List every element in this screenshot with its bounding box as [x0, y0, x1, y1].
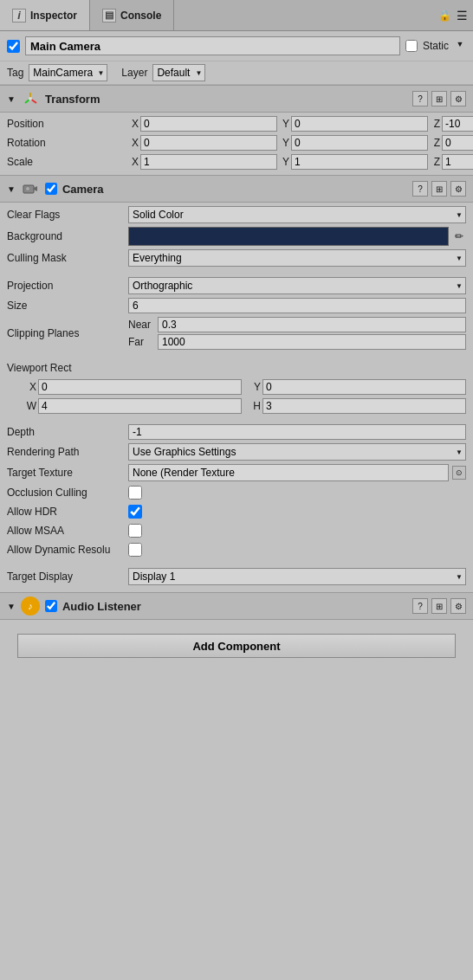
camera-help-icon[interactable]: ?	[412, 181, 428, 197]
transform-section-header[interactable]: ▼ Transform ? ⊞ ⚙	[0, 85, 473, 113]
audio-layout-icon[interactable]: ⊞	[431, 598, 447, 614]
projection-dropdown-wrapper: Orthographic	[128, 277, 466, 294]
target-display-dropdown-wrapper: Display 1	[128, 568, 466, 585]
transform-layout-icon[interactable]: ⊞	[431, 91, 447, 106]
object-name-input[interactable]	[25, 36, 400, 55]
target-texture-label: Target Texture	[7, 467, 128, 479]
background-row: Background ✏	[0, 225, 473, 248]
camera-properties: Clear Flags Solid Color Background ✏ Cul…	[0, 203, 473, 589]
add-component-container: Add Component	[0, 620, 473, 672]
rotation-row: Rotation X Y Z	[0, 133, 473, 152]
target-texture-input[interactable]	[128, 464, 449, 481]
culling-mask-select[interactable]: Everything	[128, 249, 466, 267]
target-texture-picker-icon[interactable]: ⊙	[452, 466, 466, 480]
menu-icon[interactable]: ☰	[457, 9, 468, 23]
position-y-input[interactable]	[291, 116, 428, 132]
object-header: Static ▼	[0, 31, 473, 61]
scale-z-label: Z	[430, 156, 440, 168]
rendering-path-select[interactable]: Use Graphics Settings	[128, 443, 466, 461]
allow-msaa-checkbox[interactable]	[128, 524, 142, 538]
scale-z-input[interactable]	[442, 154, 473, 170]
background-pencil-icon[interactable]: ✏	[452, 229, 466, 243]
tab-console[interactable]: ▤ Console	[90, 0, 174, 30]
transform-collapse-arrow: ▼	[7, 94, 16, 104]
near-input[interactable]	[158, 317, 466, 332]
audio-listener-section-header[interactable]: ▼ ♪ Audio Listener ? ⊞ ⚙	[0, 592, 473, 620]
viewport-rect-label: Viewport Rect	[7, 362, 71, 374]
scale-row: Scale X Y Z	[0, 152, 473, 171]
depth-input[interactable]	[128, 424, 466, 440]
scale-y-input[interactable]	[291, 154, 428, 170]
transform-section-icons: ? ⊞ ⚙	[412, 91, 466, 106]
size-label: Size	[7, 300, 128, 312]
audio-listener-enabled-checkbox[interactable]	[45, 600, 57, 612]
viewport-h-input[interactable]	[262, 398, 466, 414]
pos-y-label: Y	[279, 118, 289, 130]
allow-dynamic-checkbox[interactable]	[128, 543, 142, 557]
camera-title: Camera	[62, 183, 407, 196]
clipping-planes-row: Clipping Planes Near Far	[0, 315, 473, 351]
target-display-select[interactable]: Display 1	[128, 568, 466, 585]
static-checkbox[interactable]	[405, 40, 418, 52]
rotation-x-input[interactable]	[140, 135, 277, 151]
occlusion-culling-checkbox[interactable]	[128, 486, 142, 500]
position-x-input[interactable]	[140, 116, 277, 132]
allow-msaa-label: Allow MSAA	[7, 525, 128, 537]
pos-x-label: X	[128, 118, 139, 130]
tag-select-wrapper: MainCamera	[29, 64, 107, 81]
rendering-path-label: Rendering Path	[7, 446, 128, 458]
scale-x-input[interactable]	[140, 154, 277, 170]
camera-enabled-checkbox[interactable]	[45, 183, 57, 195]
scale-xyz: X Y Z	[128, 154, 473, 170]
rendering-path-row: Rendering Path Use Graphics Settings	[0, 442, 473, 462]
rotation-y-input[interactable]	[291, 135, 428, 151]
camera-collapse-arrow: ▼	[7, 184, 16, 194]
projection-select[interactable]: Orthographic	[128, 277, 466, 294]
vp-x-label: X	[26, 381, 36, 393]
allow-hdr-checkbox[interactable]	[128, 505, 142, 519]
culling-mask-dropdown-wrapper: Everything	[128, 249, 466, 267]
transform-help-icon[interactable]: ?	[412, 91, 428, 106]
camera-layout-icon[interactable]: ⊞	[431, 181, 447, 197]
occlusion-culling-row: Occlusion Culling	[0, 483, 473, 502]
viewport-w-input[interactable]	[38, 398, 242, 414]
rotation-label: Rotation	[7, 137, 128, 149]
svg-point-6	[25, 187, 29, 191]
projection-label: Projection	[7, 280, 128, 292]
allow-hdr-label: Allow HDR	[7, 506, 128, 518]
static-dropdown-arrow[interactable]: ▼	[454, 40, 466, 52]
tag-select[interactable]: MainCamera	[29, 64, 107, 81]
audio-listener-icon: ♪	[21, 596, 40, 616]
transform-gear-icon[interactable]: ⚙	[450, 91, 466, 106]
allow-hdr-row: Allow HDR	[0, 502, 473, 521]
clear-flags-select[interactable]: Solid Color	[128, 206, 466, 223]
camera-icon	[21, 179, 40, 198]
lock-icon[interactable]: 🔒	[438, 10, 451, 22]
spacer-3	[0, 416, 473, 422]
clear-flags-dropdown-wrapper: Solid Color	[128, 206, 466, 223]
audio-gear-icon[interactable]: ⚙	[450, 598, 466, 614]
clear-flags-row: Clear Flags Solid Color	[0, 204, 473, 225]
target-display-row: Target Display Display 1	[0, 566, 473, 587]
position-z-input[interactable]	[442, 116, 473, 132]
object-enabled-checkbox[interactable]	[7, 40, 20, 53]
tab-inspector[interactable]: i Inspector	[0, 0, 90, 30]
background-label: Background	[7, 230, 128, 242]
size-input[interactable]	[128, 298, 466, 313]
position-label: Position	[7, 118, 128, 130]
occlusion-culling-label: Occlusion Culling	[7, 487, 128, 499]
camera-gear-icon[interactable]: ⚙	[450, 181, 466, 197]
camera-section-header[interactable]: ▼ Camera ? ⊞ ⚙	[0, 175, 473, 203]
layer-select[interactable]: Default	[152, 64, 205, 81]
spacer-2	[0, 351, 473, 358]
add-component-button[interactable]: Add Component	[17, 634, 456, 658]
viewport-y-input[interactable]	[262, 379, 466, 395]
position-xyz: X Y Z	[128, 116, 473, 132]
rot-x-label: X	[128, 137, 139, 149]
rotation-z-input[interactable]	[442, 135, 473, 151]
near-label: Near	[128, 319, 154, 331]
audio-help-icon[interactable]: ?	[412, 598, 428, 614]
viewport-x-input[interactable]	[38, 379, 242, 395]
background-color-swatch[interactable]	[128, 227, 449, 246]
far-input[interactable]	[158, 334, 466, 350]
